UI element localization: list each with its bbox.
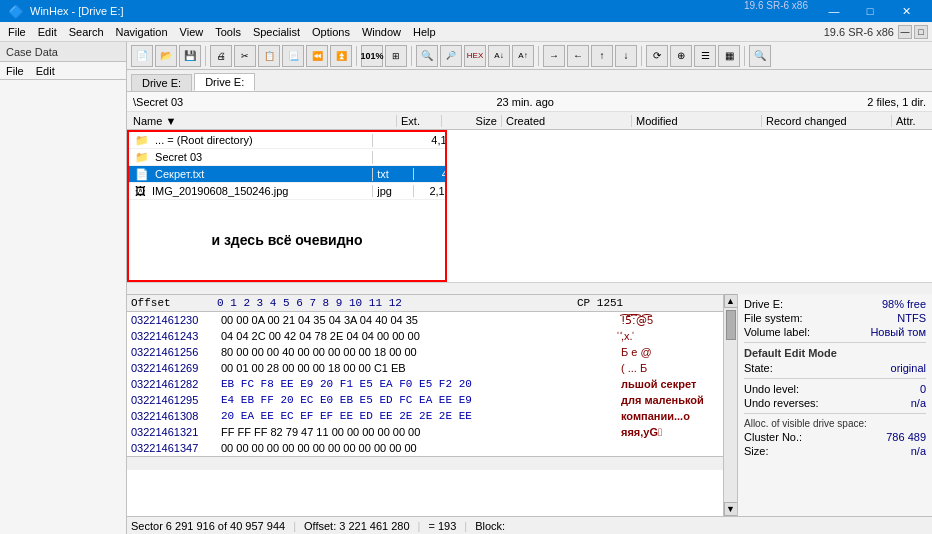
close-button[interactable]: ✕: [888, 0, 924, 22]
size-value: n/a: [911, 445, 926, 457]
hex-bytes-1: 04 04 2C 00 42 04 78 2E 04 04 00 00 00: [217, 330, 617, 342]
col-header-attr[interactable]: Attr.: [892, 115, 932, 127]
col-header-modified[interactable]: Modified: [632, 115, 762, 127]
table-row[interactable]: 🖼 IMG_20190608_150246.jpg jpg 2,1 MB 20.…: [129, 183, 445, 200]
drive-info-row: Drive E: 98% free: [744, 298, 926, 310]
table-row[interactable]: 📄 Секрет.txt txt 40 B 20.01.2020 18:16:0…: [129, 166, 445, 183]
toolbar-btn12[interactable]: A↑: [512, 45, 534, 67]
annotation-note: и здесь всё очевидно: [211, 232, 362, 248]
toolbar-arrow-left[interactable]: ←: [567, 45, 589, 67]
titlebar-title: WinHex - [Drive E:]: [30, 5, 124, 17]
menu-navigation[interactable]: Navigation: [110, 25, 174, 39]
window-minimize-icon[interactable]: —: [898, 25, 912, 39]
tab-drive-e-2[interactable]: Drive E:: [194, 73, 255, 91]
toolbar-btn11[interactable]: A↓: [488, 45, 510, 67]
hex-header: Offset 0 1 2 3 4 5 6 7 8 9 10 11 12 CP 1…: [127, 294, 723, 312]
hex-bytes-7: FF FF FF 82 79 47 11 00 00 00 00 00 00: [217, 426, 617, 438]
tab-bar: Drive E: Drive E:: [127, 70, 932, 92]
tab-drive-e-1[interactable]: Drive E:: [131, 74, 192, 91]
toolbar-btn6[interactable]: ⏫: [330, 45, 352, 67]
toolbar-arrow-down[interactable]: ↓: [615, 45, 637, 67]
menu-options[interactable]: Options: [306, 25, 356, 39]
cluster-label: Cluster No.:: [744, 431, 802, 443]
table-row[interactable]: 📁 ... = (Root directory) 4,1 KB 13.01.20…: [129, 132, 445, 149]
drive-label: Drive E:: [744, 298, 783, 310]
toolbar-btn14[interactable]: ⊕: [670, 45, 692, 67]
main-layout: Case Data File Edit 📄 📂 💾 🖨 ✂ 📋 📃 ⏪ ⏫ 10…: [0, 42, 932, 534]
toolbar-btn9[interactable]: 🔎: [440, 45, 462, 67]
toolbar-btn3[interactable]: 📋: [258, 45, 280, 67]
toolbar-search[interactable]: 🔍: [416, 45, 438, 67]
hex-bytes-3: 00 01 00 28 00 00 00 18 00 00 C1 EB: [217, 362, 617, 374]
col-header-record[interactable]: Record changed: [762, 115, 892, 127]
hex-off-7: 03221461321: [127, 426, 217, 438]
path-right: 2 files, 1 dir.: [867, 96, 926, 108]
toolbar-open[interactable]: 📂: [155, 45, 177, 67]
table-row[interactable]: 📁 Secret 03: [129, 149, 445, 166]
hex-vscroll-track[interactable]: [724, 308, 737, 502]
window-restore-icon[interactable]: □: [914, 25, 928, 39]
right-panel: Drive E: 98% free File system: NTFS Volu…: [737, 294, 932, 516]
toolbar-btn2[interactable]: ✂: [234, 45, 256, 67]
col-header-size[interactable]: Size: [442, 115, 502, 127]
state-value: original: [891, 362, 926, 374]
undo-value: 0: [920, 383, 926, 395]
titlebar-controls: 19.6 SR-6 x86 — □ ✕: [744, 0, 924, 22]
col-header-name[interactable]: Name ▼: [127, 115, 397, 127]
hex-vscroll-down[interactable]: ▼: [724, 502, 738, 516]
toolbar-sep3: [411, 46, 412, 66]
status-sector: Sector 6 291 916 of 40 957 944: [131, 520, 285, 532]
hex-scrollbar-h[interactable]: [127, 456, 723, 470]
toolbar-btn16[interactable]: ▦: [718, 45, 740, 67]
sidebar-edit[interactable]: Edit: [30, 62, 61, 79]
toolbar-sep1: [205, 46, 206, 66]
hex-off-0: 03221461230: [127, 314, 217, 326]
toolbar-btn5[interactable]: ⏪: [306, 45, 328, 67]
menu-search[interactable]: Search: [63, 25, 110, 39]
toolbar-arrow-up[interactable]: ↑: [591, 45, 613, 67]
col-header-ext[interactable]: Ext.: [397, 115, 442, 127]
file-size-3: 2,1 MB: [414, 185, 445, 197]
menu-tools[interactable]: Tools: [209, 25, 247, 39]
file-size-0: 4,1 KB: [414, 134, 445, 146]
path-bar: \Secret 03 23 min. ago 2 files, 1 dir.: [127, 92, 932, 112]
toolbar-new[interactable]: 📄: [131, 45, 153, 67]
toolbar-btn10[interactable]: HEX: [464, 45, 486, 67]
hex-off-6: 03221461308: [127, 410, 217, 422]
toolbar-btn13[interactable]: ⟳: [646, 45, 668, 67]
menu-view[interactable]: View: [174, 25, 210, 39]
toolbar-btn4[interactable]: 📃: [282, 45, 304, 67]
file-list-scrollbar-h[interactable]: [127, 282, 932, 294]
toolbar-btn8[interactable]: ⊞: [385, 45, 407, 67]
menu-window[interactable]: Window: [356, 25, 407, 39]
hex-vscroll[interactable]: ▲ ▼: [723, 294, 737, 516]
menu-help[interactable]: Help: [407, 25, 442, 39]
titlebar-left: 🔷 WinHex - [Drive E:]: [8, 4, 124, 19]
size-label: Size:: [744, 445, 768, 457]
toolbar-btn1[interactable]: 🖨: [210, 45, 232, 67]
undo-rev-label: Undo reverses:: [744, 397, 819, 409]
toolbar-arrow-right[interactable]: →: [543, 45, 565, 67]
toolbar-btn15[interactable]: ☰: [694, 45, 716, 67]
menu-edit[interactable]: Edit: [32, 25, 63, 39]
toolbar-sep6: [744, 46, 745, 66]
toolbar-magnify[interactable]: 🔍: [749, 45, 771, 67]
col-header-created[interactable]: Created: [502, 115, 632, 127]
state-row: State: original: [744, 362, 926, 374]
minimize-button[interactable]: —: [816, 0, 852, 22]
hex-text-2: Б е @: [617, 346, 652, 358]
toolbar-btn7[interactable]: 101%: [361, 45, 383, 67]
hex-vscroll-up[interactable]: ▲: [724, 294, 738, 308]
hex-vscroll-thumb[interactable]: [726, 310, 736, 340]
file-name-2: 📄 Секрет.txt: [129, 168, 373, 181]
toolbar-save[interactable]: 💾: [179, 45, 201, 67]
maximize-button[interactable]: □: [852, 0, 888, 22]
sidebar-file[interactable]: File: [0, 62, 30, 79]
hex-off-3: 03221461269: [127, 362, 217, 374]
menu-file[interactable]: File: [2, 25, 32, 39]
menu-specialist[interactable]: Specialist: [247, 25, 306, 39]
cluster-row: Cluster No.: 786 489: [744, 431, 926, 443]
hex-row-6: 03221461308 20 EA EE EC EF EF EE ED EE 2…: [127, 408, 723, 424]
hex-text-7: яяя,yG͙: [617, 426, 662, 438]
sidebar-menu: File Edit: [0, 62, 126, 80]
